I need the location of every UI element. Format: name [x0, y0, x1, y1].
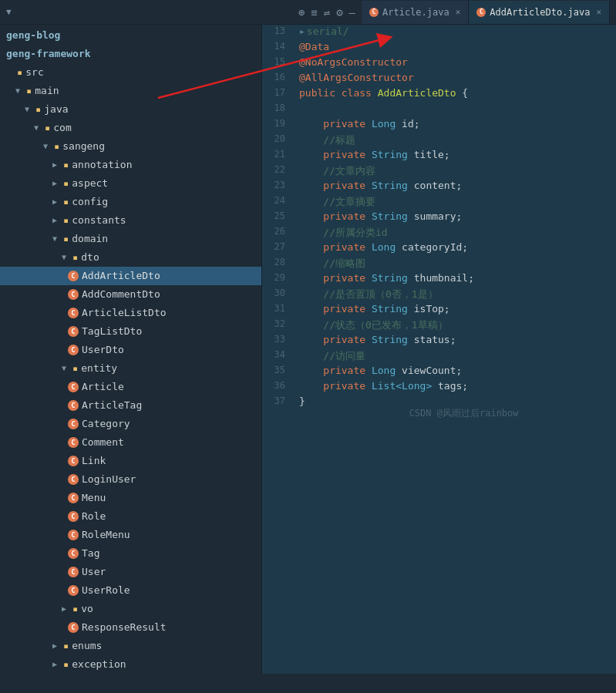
list-icon[interactable]: ≡: [311, 6, 317, 19]
line-number: 13: [262, 25, 293, 37]
sidebar-item-annotation[interactable]: ▶ ▪ annotation: [0, 156, 261, 174]
sidebar-item-add-article-dto[interactable]: C AddArticleDto: [0, 267, 261, 285]
class-icon: C: [68, 567, 79, 577]
sidebar-item-enums[interactable]: ▶ ▪ enums: [0, 637, 261, 655]
project-name[interactable]: geng-blog: [0, 26, 261, 45]
sidebar-item-role-menu[interactable]: C RoleMenu: [0, 526, 261, 544]
tab-close-icon[interactable]: ✕: [456, 7, 461, 17]
arrow-icon: ▼: [25, 102, 34, 117]
item-label: exception: [72, 657, 126, 672]
sidebar-item-constants[interactable]: ▶ ▪ constants: [0, 211, 261, 230]
sidebar-item-exception[interactable]: ▶ ▪ exception: [0, 655, 261, 674]
item-label: UserRole: [82, 583, 130, 598]
line-number: 19: [262, 117, 293, 130]
line-number: 28: [262, 256, 293, 268]
sidebar-item-response-result[interactable]: C ResponseResult: [0, 618, 261, 637]
kw-text: private: [323, 380, 365, 392]
item-label: AddCommentDto: [82, 287, 160, 302]
line-number: 23: [262, 179, 293, 191]
sidebar-item-dto[interactable]: ▼ ▪ dto: [0, 248, 261, 267]
sidebar-item-login-user[interactable]: C LoginUser: [0, 470, 261, 489]
line-number: 36: [262, 379, 293, 392]
tab-article-java[interactable]: C Article.java ✕: [362, 1, 469, 24]
arrow-icon: ▼: [52, 231, 62, 247]
sidebar-item-vo[interactable]: ▶ ▪ vo: [0, 600, 261, 618]
class-icon: C: [68, 400, 79, 411]
add-icon[interactable]: ⊕: [298, 6, 305, 19]
sidebar-item-main[interactable]: ▼ ▪ main: [0, 82, 261, 100]
item-label: ArticleTag: [82, 398, 142, 413]
sidebar-item-role[interactable]: C Role: [0, 507, 261, 526]
sidebar-item-article-tag[interactable]: C ArticleTag: [0, 396, 261, 415]
arrow-icon: ▶: [52, 194, 62, 210]
sidebar-item-add-comment-dto[interactable]: C AddCommentDto: [0, 285, 261, 304]
type-text: String: [372, 303, 408, 315]
arrow-icon: ▶: [52, 176, 62, 191]
item-label: TagListDto: [82, 324, 142, 339]
comment-text: //是否置顶（0否，1是）: [323, 288, 437, 300]
item-label: UserDto: [82, 342, 124, 358]
tab-close-active-icon[interactable]: ✕: [596, 7, 601, 17]
class-icon-active: C: [476, 8, 486, 17]
code-line-29: 29 private String thumbnail;: [262, 271, 616, 287]
sidebar-item-tag-list-dto[interactable]: C TagListDto: [0, 322, 261, 341]
punct-text: {: [456, 87, 469, 99]
sidebar-item-article-list-dto[interactable]: C ArticleListDto: [0, 304, 261, 322]
sidebar-item-domain[interactable]: ▼ ▪ domain: [0, 230, 261, 248]
minimize-icon[interactable]: —: [349, 6, 355, 19]
annotation-text: @AllArgsConstructor: [299, 72, 414, 83]
class-name-text: AddArticleDto: [378, 87, 456, 99]
line-number: 26: [262, 225, 293, 237]
item-label: Comment: [82, 435, 124, 450]
folder-icon: ▪: [45, 120, 50, 136]
settings-icon[interactable]: ⚙: [336, 6, 342, 19]
type-text: String: [372, 334, 408, 345]
line-number: 25: [262, 210, 293, 222]
kw-text: private: [323, 149, 365, 160]
code-line-37: 37 } CSDN @风雨过后rainbow: [262, 395, 616, 421]
code-editor[interactable]: 13 ▸serial/ 14 @Data 15 @NoArgsConstruct…: [262, 25, 616, 674]
sidebar-item-link[interactable]: C Link: [0, 452, 261, 470]
sidebar-item-com[interactable]: ▼ ▪ com: [0, 119, 261, 137]
sidebar-item-aspect[interactable]: ▶ ▪ aspect: [0, 174, 261, 193]
arrow-icon: ▼: [15, 83, 25, 99]
code-content: private Long id;: [293, 117, 616, 130]
tab-add-article-dto[interactable]: C AddArticleDto.java ✕: [469, 1, 610, 24]
sidebar-item-user-dto[interactable]: C UserDto: [0, 341, 261, 359]
sidebar-item-user[interactable]: C User: [0, 563, 261, 581]
sidebar-item-category[interactable]: C Category: [0, 415, 261, 433]
sidebar-item-comment[interactable]: C Comment: [0, 433, 261, 452]
sidebar-item-sangeng[interactable]: ▼ ▪ sangeng: [0, 137, 261, 156]
class-icon: C: [68, 530, 79, 540]
sidebar-item-config[interactable]: ▶ ▪ config: [0, 193, 261, 211]
code-content: //缩略图: [293, 256, 616, 271]
sidebar-item-article[interactable]: C Article: [0, 378, 261, 396]
sidebar-item-src[interactable]: ▪ src: [0, 63, 261, 82]
code-content: //文章内容: [293, 163, 616, 179]
sidebar-item-entity[interactable]: ▼ ▪ entity: [0, 359, 261, 378]
type-text: List<Long>: [372, 380, 432, 392]
comment-text: //状态（0已发布，1草稿）: [323, 319, 447, 331]
code-content: ▸serial/: [293, 25, 616, 38]
kw-text: private: [323, 365, 365, 376]
code-line-19: 19 private Long id;: [262, 117, 616, 133]
folder-icon: ▪: [63, 638, 69, 654]
item-label: ArticleListDto: [82, 305, 167, 321]
dropdown-arrow-icon[interactable]: ▼: [6, 7, 12, 17]
framework-name[interactable]: geng-framework: [0, 45, 261, 63]
code-line-26: 26 //所属分类id: [262, 225, 616, 241]
item-label: enums: [72, 638, 102, 654]
line-number: 33: [262, 333, 293, 345]
field-text: content;: [414, 180, 463, 191]
sidebar-item-tag[interactable]: C Tag: [0, 544, 261, 563]
item-label: User: [82, 564, 106, 580]
sort-icon[interactable]: ⇌: [324, 6, 330, 19]
sidebar-item-user-role[interactable]: C UserRole: [0, 581, 261, 600]
sidebar-item-java[interactable]: ▼ ▪ java: [0, 100, 261, 119]
kw-text: private: [323, 210, 365, 222]
class-icon: C: [68, 326, 79, 337]
item-label: Role: [82, 509, 106, 524]
item-label: constants: [72, 213, 126, 228]
folder-icon: ▪: [63, 231, 69, 247]
sidebar-item-menu[interactable]: C Menu: [0, 489, 261, 507]
